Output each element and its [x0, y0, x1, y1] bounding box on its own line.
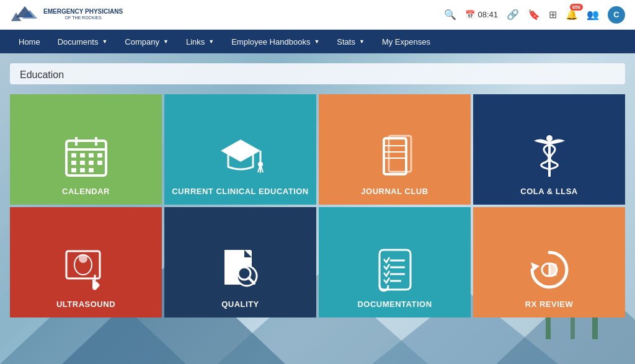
tile-cola-llsa[interactable]: COLA & LLSA: [473, 94, 625, 205]
svg-rect-35: [384, 138, 406, 174]
top-bar: EMERGENCY PHYSICIANS OF THE ROCKIES 🔍 📅 …: [0, 0, 635, 30]
avatar[interactable]: C: [608, 6, 625, 24]
tile-grid: CALENDAR CURRENT CLINICAL EDUCATION: [10, 94, 625, 317]
nav-my-expenses[interactable]: My Expenses: [373, 30, 439, 53]
notification-badge: 656: [570, 4, 583, 11]
svg-rect-20: [89, 153, 94, 158]
tile-journal-label: JOURNAL CLUB: [361, 187, 428, 197]
dropdown-arrow: ▼: [314, 38, 319, 45]
tile-quality-label: QUALITY: [221, 300, 259, 310]
tile-ultrasound[interactable]: ULTRASOUND: [10, 207, 162, 317]
link-icon[interactable]: 🔗: [507, 9, 519, 20]
content-area: Education CALEN: [0, 53, 635, 364]
svg-point-41: [546, 135, 553, 141]
svg-rect-25: [97, 161, 102, 165]
svg-marker-29: [221, 140, 260, 162]
svg-rect-60: [549, 264, 557, 276]
nav-home[interactable]: Home: [10, 30, 49, 53]
tile-calendar-label: CALENDAR: [62, 187, 110, 197]
tile-journal-club[interactable]: JOURNAL CLUB: [319, 94, 471, 205]
dropdown-arrow: ▼: [359, 38, 365, 45]
svg-rect-21: [97, 153, 102, 158]
tile-documentation-label: DOCUMENTATION: [357, 300, 432, 310]
books-icon: [370, 132, 420, 182]
rx-review-icon: [525, 245, 574, 295]
svg-rect-28: [89, 168, 94, 172]
calendar-icon: [61, 132, 111, 182]
tile-clinical-label: CURRENT CLINICAL EDUCATION: [172, 187, 309, 197]
tile-quality[interactable]: QUALITY: [164, 207, 316, 317]
tile-ultrasound-label: ULTRASOUND: [56, 300, 115, 310]
education-panel: Education: [10, 63, 625, 84]
calendar-icon: 📅: [465, 10, 475, 19]
tile-calendar[interactable]: CALENDAR: [10, 94, 162, 205]
svg-rect-19: [80, 153, 85, 158]
nav-company[interactable]: Company ▼: [116, 30, 177, 53]
svg-rect-39: [389, 136, 411, 172]
tile-rx-review[interactable]: RX REVIEW: [473, 207, 625, 317]
nav-documents[interactable]: Documents ▼: [49, 30, 117, 53]
tile-rx-label: RX REVIEW: [525, 300, 573, 310]
education-title: Education: [20, 69, 615, 84]
notification-icon[interactable]: 🔔 656: [566, 9, 578, 20]
dropdown-arrow: ▼: [208, 38, 214, 45]
svg-point-44: [79, 254, 87, 263]
dropdown-arrow: ▼: [163, 38, 169, 45]
logo-icon: [10, 4, 40, 26]
dropdown-arrow: ▼: [102, 38, 107, 45]
quality-icon: [216, 245, 265, 295]
svg-rect-22: [71, 161, 76, 165]
logo: EMERGENCY PHYSICIANS OF THE ROCKIES: [10, 4, 123, 26]
nav-employee-handbooks[interactable]: Employee Handbooks ▼: [223, 30, 328, 53]
svg-rect-26: [71, 168, 76, 172]
tile-cola-label: COLA & LLSA: [520, 187, 577, 197]
caduceus-icon: [525, 132, 574, 182]
bookmark-icon[interactable]: 🔖: [528, 9, 540, 20]
time-badge: 📅 08:41: [465, 10, 498, 19]
svg-rect-18: [71, 153, 76, 158]
nav-links[interactable]: Links ▼: [177, 30, 223, 53]
logo-text: EMERGENCY PHYSICIANS OF THE ROCKIES: [43, 8, 123, 20]
tile-documentation[interactable]: DOCUMENTATION: [319, 207, 471, 317]
tile-clinical-education[interactable]: CURRENT CLINICAL EDUCATION: [164, 94, 316, 205]
grid-icon[interactable]: ⊞: [549, 9, 557, 20]
graduation-cap-icon: [216, 132, 265, 182]
search-icon[interactable]: 🔍: [444, 9, 456, 20]
nav-bar: Home Documents ▼ Company ▼ Links ▼ Emplo…: [0, 30, 635, 53]
nav-stats[interactable]: Stats ▼: [328, 30, 373, 53]
svg-rect-23: [80, 161, 85, 165]
svg-rect-24: [89, 161, 94, 165]
users-icon[interactable]: 👥: [587, 9, 599, 20]
ultrasound-icon: [61, 245, 111, 295]
documentation-icon: [370, 245, 420, 295]
svg-rect-27: [80, 168, 85, 172]
top-icons: 🔍 📅 08:41 🔗 🔖 ⊞ 🔔 656 👥 C: [444, 6, 625, 24]
